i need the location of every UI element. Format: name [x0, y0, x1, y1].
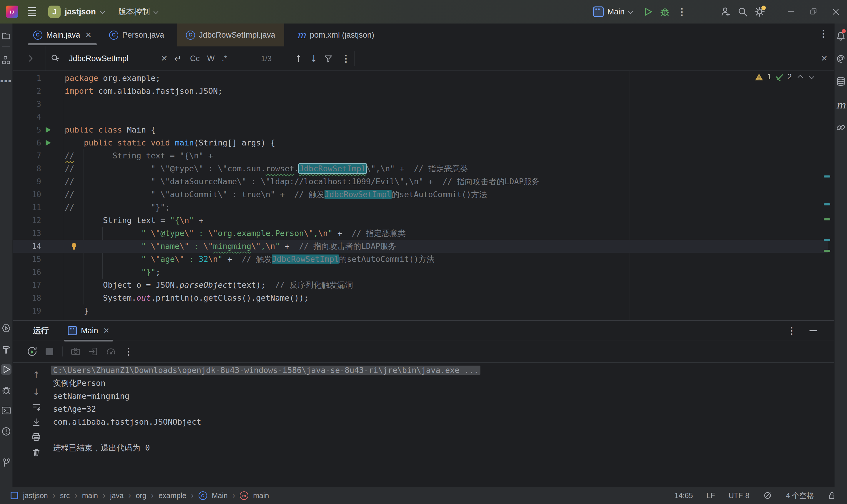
scroll-to-end-button[interactable] — [29, 415, 44, 429]
line-number[interactable]: 7 — [12, 149, 41, 162]
next-highlight-button[interactable] — [809, 75, 814, 79]
breadcrumb-item[interactable]: CMain — [198, 491, 228, 500]
code-editor[interactable]: 1package org.example;2import com.alibaba… — [12, 71, 835, 320]
line-number[interactable]: 4 — [12, 110, 41, 123]
code-line[interactable]: 18 System.out.println(o.getClass().getNa… — [12, 291, 828, 304]
run-console[interactable]: ↑ ↓ C:\User — [12, 362, 835, 487]
filter-search-button[interactable] — [324, 47, 333, 71]
breadcrumb-item[interactable]: mmain — [240, 491, 269, 500]
database-button[interactable] — [835, 73, 847, 90]
new-line-button[interactable]: ↵ — [174, 47, 182, 71]
snapshot-button[interactable] — [68, 344, 83, 359]
line-number[interactable]: 2 — [12, 85, 41, 97]
code-line[interactable]: 1package org.example; — [12, 72, 828, 85]
console-line[interactable]: com.alibaba.fastjson.JSONObject — [53, 416, 835, 429]
ai-assistant-button[interactable] — [835, 51, 847, 67]
run-panel-options-button[interactable]: ⋮ — [787, 326, 796, 335]
hide-panel-button[interactable] — [809, 330, 817, 331]
next-occurrence-button[interactable]: ↓ — [29, 385, 44, 399]
line-number[interactable]: 9 — [12, 175, 41, 188]
code-line[interactable]: 16 "}"; — [12, 266, 828, 278]
stripe-mark[interactable] — [824, 203, 830, 205]
stripe-mark[interactable] — [824, 176, 830, 178]
code-line[interactable]: 17 Object o = JSON.parseObject(text); //… — [12, 278, 828, 291]
code-line[interactable]: 9// " \"dataSourceName\" : \"ldap://loca… — [12, 175, 828, 188]
line-number[interactable]: 6 — [12, 137, 41, 149]
close-button[interactable] — [825, 0, 847, 23]
console-line[interactable]: C:\Users\ZhuanZ1\Downloads\openjdk-8u43-… — [53, 364, 835, 377]
tool-more-button[interactable]: ••• — [0, 73, 12, 89]
line-number[interactable]: 17 — [12, 278, 41, 291]
vcs-widget[interactable]: 版本控制 — [118, 6, 159, 17]
tab-person-java[interactable]: C Person.java — [100, 23, 173, 47]
code-line[interactable]: 3 — [12, 97, 828, 110]
tool-services-button[interactable] — [0, 320, 12, 337]
run-configuration-widget[interactable]: Main — [593, 6, 634, 17]
code-line[interactable]: 19 } — [12, 304, 828, 318]
previous-occurrence-button[interactable]: ↑ — [295, 47, 302, 71]
console-line[interactable]: 实例化Person — [53, 377, 835, 390]
line-number[interactable]: 3 — [12, 97, 41, 110]
settings-button[interactable] — [751, 3, 768, 20]
tab-pom-xml[interactable]: m pom.xml (jastjson) — [288, 23, 383, 47]
main-menu-button[interactable] — [23, 3, 40, 20]
console-line[interactable] — [53, 429, 835, 442]
unlock-icon[interactable] — [828, 491, 836, 500]
rerun-button[interactable] — [24, 344, 39, 359]
restore-button[interactable] — [802, 0, 825, 23]
cursor-position[interactable]: 14:65 — [675, 491, 693, 500]
console-line[interactable]: setName=mingming — [53, 390, 835, 402]
file-encoding[interactable]: UTF-8 — [728, 491, 749, 500]
close-icon[interactable]: ✕ — [85, 31, 92, 40]
search-options-button[interactable]: ⋮ — [341, 47, 351, 71]
line-number[interactable]: 12 — [12, 214, 41, 227]
next-occurrence-button[interactable]: ↓ — [310, 47, 317, 71]
line-number[interactable]: 8 — [12, 162, 41, 175]
line-number[interactable]: 19 — [12, 304, 41, 318]
run-line-icon[interactable] — [44, 126, 52, 134]
prev-occurrence-button[interactable]: ↑ — [29, 367, 44, 382]
breadcrumb-item[interactable]: jastjson — [11, 491, 48, 500]
tool-structure-button[interactable] — [0, 52, 12, 69]
breadcrumb-item[interactable]: java — [110, 491, 124, 500]
code-line[interactable]: 14 " \"name\" : \"mingming\",\n" + // 指向… — [12, 240, 828, 253]
tool-build-button[interactable] — [0, 341, 12, 358]
code-line[interactable]: 10// " \"autoCommit\" : true\n" + // 触发J… — [12, 188, 828, 201]
line-number[interactable]: 18 — [12, 291, 41, 304]
tool-run-button[interactable] — [0, 361, 12, 378]
print-button[interactable] — [29, 430, 44, 444]
breadcrumb-item[interactable]: example — [159, 491, 187, 500]
run-button[interactable] — [639, 3, 656, 20]
code-line[interactable]: 13 " \"@type\" : \"org.example.Person\",… — [12, 227, 828, 240]
run-tab-main[interactable]: Main ✕ — [63, 321, 115, 341]
line-separator[interactable]: LF — [706, 491, 715, 500]
console-line[interactable]: 进程已结束，退出代码为 0 — [53, 442, 835, 454]
project-widget[interactable]: J jastjson — [48, 5, 105, 18]
close-find-bar-button[interactable]: ✕ — [821, 47, 828, 71]
breadcrumb-item[interactable]: main — [82, 491, 98, 500]
line-number[interactable]: 11 — [12, 201, 41, 214]
indent-setting[interactable]: 4 个空格 — [786, 491, 814, 501]
tool-terminal-button[interactable] — [0, 402, 12, 419]
debug-button[interactable] — [656, 3, 673, 20]
run-line-icon[interactable] — [44, 139, 52, 147]
tab-jdbcrowsetimpl-java[interactable]: C JdbcRowSetImpl.java — [177, 23, 284, 47]
minimize-button[interactable] — [780, 0, 802, 23]
expand-replace-button[interactable] — [12, 47, 46, 71]
soft-wrap-button[interactable] — [29, 400, 44, 414]
previous-highlight-button[interactable] — [798, 75, 803, 79]
inspections-off-icon[interactable] — [763, 491, 772, 500]
code-line[interactable]: 12 String text = "{\n" + — [12, 214, 828, 227]
maven-button[interactable]: m — [835, 97, 847, 113]
tool-debug-button[interactable] — [0, 382, 12, 398]
tool-problems-button[interactable] — [0, 423, 12, 439]
line-number[interactable]: 14 — [12, 240, 41, 253]
code-line[interactable]: 5public class Main { — [12, 123, 828, 137]
code-line[interactable]: 7// String text = "{\n" + — [12, 149, 828, 162]
words-toggle[interactable]: W — [207, 47, 214, 71]
notifications-button[interactable] — [835, 28, 847, 44]
line-number[interactable]: 16 — [12, 266, 41, 278]
code-line[interactable]: 6 public static void main(String[] args)… — [12, 137, 828, 149]
line-number[interactable]: 15 — [12, 253, 41, 266]
match-case-toggle[interactable]: Cc — [190, 47, 200, 71]
